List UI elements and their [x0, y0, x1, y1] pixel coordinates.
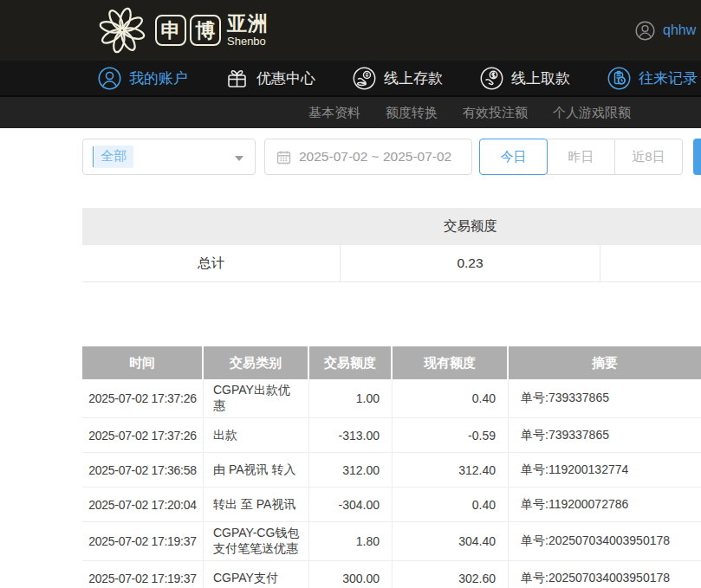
nav-item-promotions[interactable]: 优惠中心: [225, 67, 315, 90]
logo-region-text: 亚洲: [227, 14, 269, 34]
logo-subtitle: Shenbo: [227, 36, 269, 47]
summary-total-row: 总计 0.23: [82, 245, 701, 282]
username-text: qhhw: [663, 23, 696, 38]
deposit-hand-coin-icon: [353, 67, 376, 90]
main-nav: 我的账户 优惠中心 线上存款: [0, 61, 701, 95]
cell-time: 2025-07-02 17:36:58: [82, 453, 204, 487]
date-range-input[interactable]: 2025-07-02 ~ 2025-07-02: [264, 139, 472, 175]
table-row: 2025-07-02 17:37:26 CGPAY出款优惠 1.00 0.40 …: [82, 379, 701, 418]
transactions-table: 时间 交易类别 交易额度 现有额度 摘要 2025-07-02 17:37:26…: [82, 346, 701, 588]
content-area: 全部 2025-07-02 ~ 2025-07-02 今日 昨日 近8日 交易额…: [0, 128, 701, 588]
today-button[interactable]: 今日: [479, 139, 548, 175]
subnav-item-credit-transfer[interactable]: 额度转换: [386, 105, 438, 121]
cell-amount: -313.00: [309, 418, 393, 452]
gift-icon: [225, 67, 249, 90]
cell-category: CGPAY支付: [204, 561, 309, 588]
cell-time: 2025-07-02 17:20:04: [82, 488, 204, 521]
cell-category: CGPAY出款优惠: [204, 379, 309, 417]
table-header-row: 时间 交易类别 交易额度 现有额度 摘要: [82, 346, 701, 379]
sub-nav: 基本资料 额度转换 有效投注额 个人游戏限额: [0, 95, 701, 128]
brand-logo[interactable]: 申 博 亚洲 Shenbo: [98, 0, 269, 61]
cell-balance: 302.60: [393, 561, 509, 588]
cell-category: 转出 至 PA视讯: [204, 488, 309, 521]
summary-total-value: 0.23: [341, 245, 600, 281]
top-header: 申 博 亚洲 Shenbo qhhw: [0, 0, 701, 61]
cell-amount: -304.00: [309, 488, 393, 521]
summary-header-label: 交易额度: [341, 208, 600, 245]
avatar-icon: [635, 21, 655, 41]
cell-time: 2025-07-02 17:37:26: [82, 418, 204, 452]
cell-balance: 0.40: [393, 488, 509, 521]
screen: 申 博 亚洲 Shenbo qhhw 我的账户: [0, 0, 701, 588]
selected-type-token[interactable]: 全部: [94, 145, 133, 168]
cell-category: CGPAY-CG钱包支付笔笔送优惠: [204, 522, 309, 560]
text-cursor: [93, 146, 94, 167]
cell-note: 单号:202507034003950178: [509, 522, 701, 560]
summary-table: 交易额度 总计 0.23: [82, 208, 701, 282]
nav-item-deposit[interactable]: 线上存款: [353, 67, 443, 90]
user-circle-icon: [98, 67, 121, 90]
cell-note: 单号:119200072786: [509, 488, 701, 521]
date-range-text: 2025-07-02 ~ 2025-07-02: [299, 149, 451, 165]
cell-time: 2025-07-02 17:19:37: [82, 522, 204, 560]
col-header-category: 交易类别: [204, 346, 309, 379]
cell-amount: 300.00: [309, 561, 393, 588]
type-select[interactable]: 全部: [82, 139, 256, 175]
table-row: 2025-07-02 17:20:04 转出 至 PA视讯 -304.00 0.…: [82, 488, 701, 522]
col-header-note: 摘要: [509, 346, 701, 379]
cell-amount: 1.00: [309, 379, 393, 417]
calendar-icon: [276, 150, 291, 165]
cell-time: 2025-07-02 17:19:37: [82, 561, 204, 588]
logo-char-shen: 申: [155, 15, 186, 46]
table-row: 2025-07-02 17:19:37 CGPAY-CG钱包支付笔笔送优惠 1.…: [82, 522, 701, 561]
nav-item-withdraw[interactable]: 线上取款: [480, 67, 570, 90]
subnav-item-valid-bets[interactable]: 有效投注额: [463, 105, 528, 121]
table-row: 2025-07-02 17:19:37 CGPAY支付 300.00 302.6…: [82, 561, 701, 588]
cell-category: 由 PA视讯 转入: [204, 453, 309, 487]
records-clipboard-clock-icon: [607, 67, 631, 90]
cell-balance: 312.40: [393, 453, 509, 487]
summary-empty-cell: [600, 245, 701, 281]
col-header-time: 时间: [82, 346, 204, 379]
yesterday-button[interactable]: 昨日: [547, 139, 615, 175]
cell-note: 单号:739337865: [509, 379, 701, 417]
col-header-amount: 交易额度: [309, 346, 393, 379]
subnav-item-basic-info[interactable]: 基本资料: [308, 105, 360, 121]
flower-logo-icon: [98, 6, 146, 55]
cell-note: 单号:739337865: [509, 418, 701, 452]
summary-total-label: 总计: [82, 245, 341, 281]
cell-balance: 304.40: [393, 522, 509, 560]
withdraw-hand-coin-icon: [480, 67, 503, 90]
cell-balance: -0.59: [393, 418, 509, 452]
nav-label: 我的账户: [129, 68, 188, 88]
nav-label: 优惠中心: [256, 68, 315, 88]
nav-label: 往来记录: [639, 68, 698, 88]
cell-category: 出款: [204, 418, 309, 452]
nav-label: 线上取款: [511, 68, 570, 88]
table-row: 2025-07-02 17:37:26 出款 -313.00 -0.59 单号:…: [82, 418, 701, 453]
summary-header-row: 交易额度: [82, 208, 701, 245]
user-account[interactable]: qhhw: [635, 0, 696, 61]
cell-time: 2025-07-02 17:37:26: [82, 379, 204, 417]
cell-note: 单号:119200132774: [509, 453, 701, 487]
nav-label: 线上存款: [384, 68, 443, 88]
last-8-days-button[interactable]: 近8日: [614, 139, 683, 175]
subnav-item-game-limits[interactable]: 个人游戏限额: [553, 105, 631, 121]
cell-amount: 1.80: [309, 522, 393, 560]
cell-balance: 0.40: [393, 379, 509, 417]
col-header-balance: 现有额度: [393, 346, 509, 379]
chevron-down-icon: [235, 156, 243, 161]
quick-date-buttons: 今日 昨日 近8日: [479, 139, 683, 175]
cell-amount: 312.00: [309, 453, 393, 487]
logo-char-bo: 博: [190, 15, 221, 46]
nav-item-my-account[interactable]: 我的账户: [98, 67, 188, 90]
search-button[interactable]: [693, 139, 701, 175]
nav-item-transaction-records[interactable]: 往来记录: [607, 67, 698, 90]
cell-note: 单号:202507034003950178: [509, 561, 701, 588]
table-row: 2025-07-02 17:36:58 由 PA视讯 转入 312.00 312…: [82, 453, 701, 488]
